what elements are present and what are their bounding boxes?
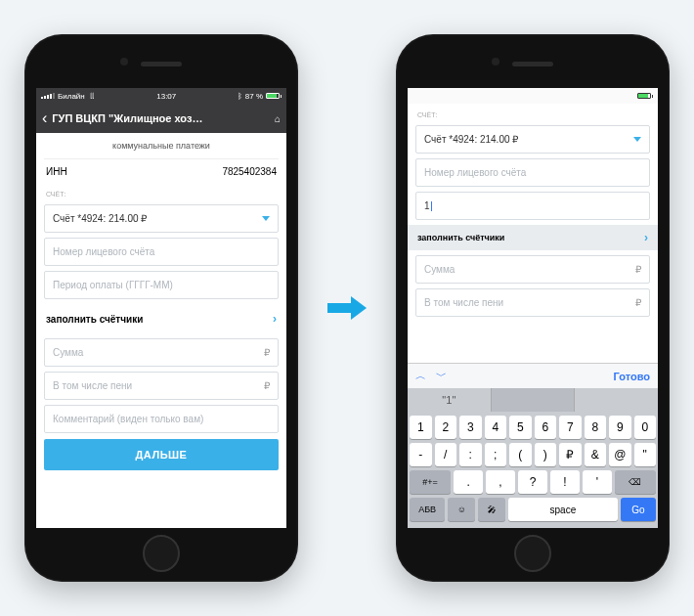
key-9[interactable]: 9 [609, 416, 631, 439]
symbols-key[interactable]: #+= [410, 470, 451, 494]
key-6[interactable]: 6 [535, 416, 557, 439]
chevron-right-icon: › [273, 312, 277, 326]
home-button[interactable] [514, 535, 551, 572]
currency-label: ₽ [635, 297, 641, 308]
account-select[interactable]: Счёт *4924: 214.00 ₽ [44, 204, 279, 233]
comment-input[interactable]: Комментарий (виден только вам) [44, 405, 279, 433]
key-)[interactable]: ) [535, 443, 557, 466]
go-key[interactable]: Go [621, 498, 656, 521]
key-&[interactable]: & [585, 443, 607, 466]
next-button[interactable]: ДАЛЬШЕ [44, 439, 279, 470]
bluetooth-icon: ᛒ [238, 92, 242, 101]
nav-bar: ‹ ГУП ВЦКП "Жилищное хоз… ⌂ [36, 104, 286, 133]
emoji-key[interactable]: ☺ [448, 498, 475, 521]
currency-label: ₽ [264, 347, 270, 358]
back-icon[interactable]: ‹ [42, 110, 47, 127]
phone-right: СЧЁТ: Счёт *4924: 214.00 ₽ Номер лицевог… [396, 34, 670, 582]
space-key[interactable]: space [508, 498, 618, 521]
key-@[interactable]: @ [609, 443, 631, 466]
personal-account-input[interactable]: Номер лицевого счёта [44, 238, 279, 266]
key-2[interactable]: 2 [435, 416, 457, 439]
account-label: СЧЁТ: [415, 106, 650, 120]
key-,[interactable]: , [486, 470, 515, 494]
key--[interactable]: - [410, 443, 432, 466]
status-time: 13:07 [156, 92, 176, 101]
suggestion-item[interactable]: "1" [408, 388, 491, 412]
phone-left: Билайн ⧛ 13:07 ᛒ 87 % ‹ ГУП ВЦКП "Жилищн… [24, 34, 298, 582]
key-.[interactable]: . [454, 470, 483, 494]
key-?[interactable]: ? [518, 470, 547, 494]
key-4[interactable]: 4 [485, 416, 507, 439]
suggestion-item[interactable] [491, 388, 576, 412]
inn-label: ИНН [46, 166, 67, 177]
key-7[interactable]: 7 [559, 416, 582, 439]
arrow-icon [327, 293, 367, 323]
done-button[interactable]: Готово [614, 371, 650, 382]
battery-icon [266, 93, 282, 99]
account-value: Счёт *4924: 214.00 ₽ [53, 213, 147, 224]
account-select[interactable]: Счёт *4924: 214.00 ₽ [415, 125, 650, 154]
keyboard-accessory: ︿ ﹀ Готово [408, 363, 658, 388]
key-1[interactable]: 1 [410, 416, 432, 439]
key-0[interactable]: 0 [634, 416, 657, 439]
key-;[interactable]: ; [485, 443, 507, 466]
home-icon[interactable]: ⌂ [275, 113, 281, 124]
chevron-down-icon [633, 137, 641, 142]
battery-pct: 87 % [245, 92, 263, 101]
svg-rect-0 [327, 303, 351, 313]
signal-icon [41, 93, 55, 99]
backspace-key[interactable]: ⌫ [615, 470, 656, 494]
keyboard: 1234567890 -/:;()₽&@" #+= .,?!' ⌫ АБВ ☺ … [408, 412, 658, 528]
amount-input[interactable]: Сумма ₽ [44, 338, 279, 367]
page-title: ГУП ВЦКП "Жилищное хоз… [52, 112, 270, 124]
key-'[interactable]: ' [583, 470, 612, 494]
key-([interactable]: ( [509, 443, 532, 466]
period-input[interactable]: Период оплаты (ГГГГ-MM) [44, 271, 279, 299]
key-:[interactable]: : [459, 443, 482, 466]
carrier-label: Билайн [58, 92, 85, 101]
account-label: СЧЁТ: [44, 185, 279, 199]
section-header: коммунальные платежи [44, 133, 279, 159]
svg-marker-1 [351, 296, 367, 320]
key-"[interactable]: " [634, 443, 657, 466]
key-![interactable]: ! [550, 470, 580, 494]
abc-key[interactable]: АБВ [410, 498, 445, 521]
fine-input[interactable]: В том числе пени ₽ [415, 288, 650, 317]
status-bar [408, 88, 658, 104]
meters-link[interactable]: заполнить счётчики › [408, 225, 658, 250]
prev-field-icon[interactable]: ︿ [415, 369, 426, 383]
currency-label: ₽ [264, 380, 270, 391]
suggestion-item[interactable] [575, 388, 658, 412]
next-field-icon[interactable]: ﹀ [436, 369, 447, 383]
inn-value: 7825402384 [222, 166, 277, 177]
chevron-right-icon: › [644, 231, 648, 244]
chevron-down-icon [262, 216, 270, 221]
home-button[interactable] [143, 535, 180, 572]
period-input[interactable]: 1 [415, 192, 650, 220]
key-8[interactable]: 8 [585, 416, 607, 439]
key-3[interactable]: 3 [459, 416, 482, 439]
key-₽[interactable]: ₽ [559, 443, 582, 466]
currency-label: ₽ [635, 264, 641, 275]
amount-input[interactable]: Сумма ₽ [415, 255, 650, 284]
key-/[interactable]: / [435, 443, 457, 466]
account-value: Счёт *4924: 214.00 ₽ [424, 134, 518, 145]
suggestion-bar: "1" [408, 388, 658, 412]
fine-input[interactable]: В том числе пени ₽ [44, 372, 279, 400]
mic-key[interactable]: 🎤︎ [478, 498, 505, 521]
personal-account-input[interactable]: Номер лицевого счёта [415, 158, 650, 187]
key-5[interactable]: 5 [509, 416, 532, 439]
status-bar: Билайн ⧛ 13:07 ᛒ 87 % [36, 88, 286, 104]
meters-link[interactable]: заполнить счётчики › [44, 304, 279, 333]
battery-icon [637, 93, 653, 99]
wifi-icon: ⧛ [88, 92, 96, 101]
